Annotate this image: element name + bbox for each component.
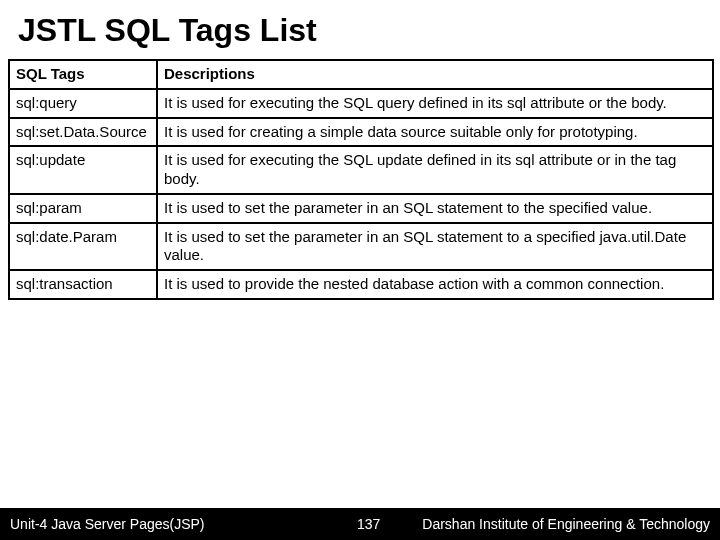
footer-page-number: 137	[345, 516, 392, 532]
tag-cell: sql:update	[9, 146, 157, 194]
desc-cell: It is used for executing the SQL query d…	[157, 89, 713, 118]
desc-cell: It is used for executing the SQL update …	[157, 146, 713, 194]
tag-cell: sql:param	[9, 194, 157, 223]
col-header-desc: Descriptions	[157, 60, 713, 89]
footer-institute: Darshan Institute of Engineering & Techn…	[422, 516, 720, 532]
desc-cell: It is used to set the parameter in an SQ…	[157, 194, 713, 223]
footer-unit: Unit-4 Java Server Pages(JSP)	[0, 516, 205, 532]
table-row: sql:transaction It is used to provide th…	[9, 270, 713, 299]
table-row: sql:set.Data.Source It is used for creat…	[9, 118, 713, 147]
col-header-tags: SQL Tags	[9, 60, 157, 89]
tag-cell: sql:query	[9, 89, 157, 118]
table-row: sql:update It is used for executing the …	[9, 146, 713, 194]
slide-title: JSTL SQL Tags List	[0, 0, 720, 59]
tag-cell: sql:set.Data.Source	[9, 118, 157, 147]
table-row: sql:date.Param It is used to set the par…	[9, 223, 713, 271]
table-row: sql:query It is used for executing the S…	[9, 89, 713, 118]
slide-footer: Unit-4 Java Server Pages(JSP) 137 Darsha…	[0, 508, 720, 540]
tag-cell: sql:date.Param	[9, 223, 157, 271]
desc-cell: It is used for creating a simple data so…	[157, 118, 713, 147]
table-row: sql:param It is used to set the paramete…	[9, 194, 713, 223]
desc-cell: It is used to set the parameter in an SQ…	[157, 223, 713, 271]
table-header-row: SQL Tags Descriptions	[9, 60, 713, 89]
desc-cell: It is used to provide the nested databas…	[157, 270, 713, 299]
tag-cell: sql:transaction	[9, 270, 157, 299]
sql-tags-table: SQL Tags Descriptions sql:query It is us…	[8, 59, 714, 300]
